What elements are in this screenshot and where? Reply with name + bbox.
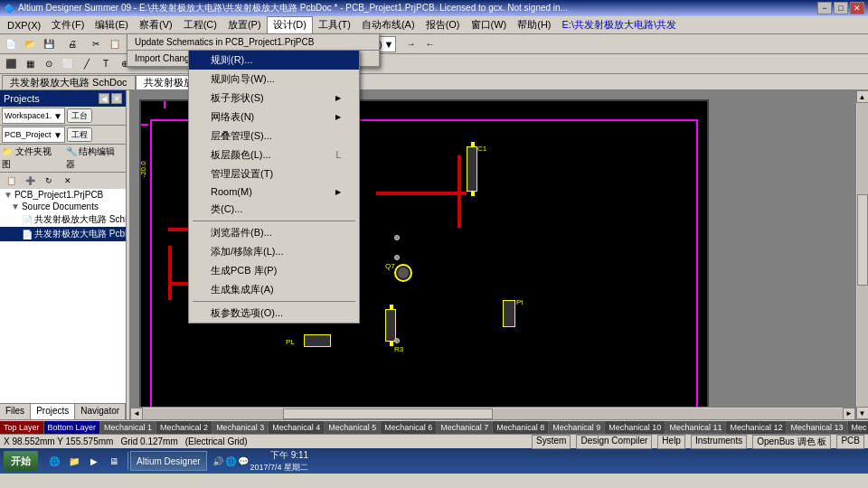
menu-window[interactable]: 窗口(W)	[466, 16, 513, 33]
tray-icon-audio[interactable]: 🔊	[212, 456, 223, 466]
ctx-board-options[interactable]: 板参数选项(O)...	[189, 304, 359, 323]
h-scroll-track[interactable]	[143, 408, 843, 419]
struct-edit-btn[interactable]: 🔧 结构编辑器	[66, 145, 125, 171]
layer-mech8[interactable]: Mechanical 8	[493, 421, 549, 434]
ctx-room[interactable]: Room(M) ▶	[189, 183, 359, 200]
proj-tb-btn3[interactable]: ↻	[40, 173, 58, 189]
ctx-manage-layers[interactable]: 管理层设置(T)	[189, 164, 359, 183]
ctx-layer-color[interactable]: 板层颜色(L)... L	[189, 145, 359, 164]
proj-tb-btn1[interactable]: 📋	[2, 173, 20, 189]
menu-edit[interactable]: 编辑(E)	[90, 16, 134, 33]
clock-display[interactable]: 下午 9:11 2017/7/4 星期二	[250, 449, 309, 474]
ctx-rules-wizard[interactable]: 规则向导(W)...	[189, 70, 359, 89]
tb-print[interactable]: 🖨	[63, 36, 81, 52]
layer-mech5[interactable]: Mechanical 5	[325, 421, 381, 434]
openbus-btn[interactable]: OpenBus 调色 板	[752, 435, 831, 449]
left-tab-files[interactable]: Files	[0, 404, 31, 419]
layer-mech6[interactable]: Mechanical 6	[381, 421, 437, 434]
pcb-btn[interactable]: PCB	[836, 435, 864, 449]
tree-sch-file[interactable]: 📄 共发射极放大电路 SchDo	[0, 212, 126, 227]
layer-mech13[interactable]: Mechanical 13	[787, 421, 847, 434]
close-button[interactable]: ✕	[850, 2, 864, 14]
scroll-right-btn[interactable]: ►	[843, 408, 855, 420]
system-btn[interactable]: System	[532, 435, 571, 449]
menu-autoroute[interactable]: 自动布线(A)	[356, 16, 420, 33]
ctx-gen-int-lib[interactable]: 生成集成库(A)	[189, 280, 359, 299]
tb2-b1[interactable]: ⬛	[2, 56, 20, 72]
proj-tb-btn4[interactable]: ✕	[59, 173, 77, 189]
layer-mec[interactable]: Mec	[848, 421, 868, 434]
bottom-scrollbar[interactable]: ◄ ►	[130, 407, 855, 419]
tb2-b4[interactable]: ⬜	[59, 56, 77, 72]
menu-design[interactable]: 设计(D)	[267, 16, 313, 33]
ctx-add-lib[interactable]: 添加/移除库(L)...	[189, 242, 359, 261]
tb-open[interactable]: 📂	[21, 36, 39, 52]
tb2-b5[interactable]: ╱	[78, 56, 96, 72]
left-tab-navigator[interactable]: Navigator	[75, 404, 126, 419]
panel-btn-1[interactable]: ◀	[99, 93, 109, 104]
folder-view-btn[interactable]: 📁 文件夹视图	[2, 145, 61, 171]
proj-tb-btn2[interactable]: ➕	[21, 173, 39, 189]
layer-mech2[interactable]: Mechanical 2	[156, 421, 212, 434]
layer-mech9[interactable]: Mechanical 9	[549, 421, 605, 434]
quicklaunch-explorer[interactable]: 📁	[65, 453, 83, 469]
menu-report[interactable]: 报告(O)	[420, 16, 466, 33]
ctx-netlist[interactable]: 网络表(N) ▶	[189, 108, 359, 127]
tb2-b3[interactable]: ⊙	[40, 56, 58, 72]
panel-btn-2[interactable]: ✕	[111, 93, 122, 104]
pcb-button[interactable]: 工程	[67, 127, 92, 142]
scroll-up-btn[interactable]: ▲	[856, 90, 869, 103]
ctx-rules[interactable]: 规则(R)...	[189, 51, 359, 70]
help-btn[interactable]: Help	[657, 435, 685, 449]
menu-view[interactable]: 察看(V)	[134, 16, 178, 33]
menu-place[interactable]: 放置(P)	[222, 16, 267, 33]
maximize-button[interactable]: □	[834, 2, 848, 14]
tb-cut[interactable]: ✂	[87, 36, 105, 52]
ctx-gen-pcb-lib[interactable]: 生成PCB 库(P)	[189, 261, 359, 280]
start-button[interactable]: 开始	[4, 451, 38, 471]
menu-path[interactable]: E:\共发射极放大电路\共发	[557, 16, 683, 33]
tab-schematic[interactable]: 共发射极放大电路 SchDoc	[2, 75, 136, 89]
tb-new[interactable]: 📄	[2, 36, 20, 52]
workspace-dropdown[interactable]: Workspace1.DsnWk▼	[2, 108, 65, 124]
menu-project[interactable]: 工程(C)	[178, 16, 222, 33]
tray-icon-msg[interactable]: 💬	[238, 456, 249, 466]
scroll-left-btn[interactable]: ◄	[130, 408, 143, 420]
menu-file[interactable]: 文件(F)	[46, 16, 90, 33]
left-tab-projects[interactable]: Projects	[31, 404, 75, 419]
menu-tools[interactable]: 工具(T)	[313, 16, 356, 33]
ctx-browse-comp[interactable]: 浏览器件(B)...	[189, 223, 359, 242]
tb-b5[interactable]: →	[401, 36, 420, 52]
tree-project[interactable]: ▼ PCB_Project1.PrjPCB	[0, 189, 126, 201]
layer-mech11[interactable]: Mechanical 11	[665, 421, 726, 434]
update-schematics-item[interactable]: Update Schematics in PCB_Project1.PrjPCB	[127, 34, 379, 51]
scroll-thumb[interactable]	[857, 194, 868, 286]
tree-pcb-file[interactable]: 📄 共发射极放大电路 PcbDo	[0, 227, 126, 241]
quicklaunch-media[interactable]: ▶	[85, 453, 103, 469]
minimize-button[interactable]: −	[817, 2, 832, 14]
instruments-btn[interactable]: Instruments	[691, 435, 747, 449]
ctx-board-shape[interactable]: 板子形状(S) ▶	[189, 89, 359, 108]
layer-mech7[interactable]: Mechanical 7	[437, 421, 493, 434]
h-scroll-thumb[interactable]	[283, 408, 493, 419]
tb2-b6[interactable]: T	[97, 56, 115, 72]
tb-copy[interactable]: 📋	[106, 36, 124, 52]
layer-mech10[interactable]: Mechanical 10	[605, 421, 665, 434]
scroll-down-btn[interactable]: ▼	[856, 407, 869, 419]
tray-icon-network[interactable]: 🌐	[225, 456, 236, 466]
layer-top[interactable]: Top Layer	[0, 421, 44, 434]
ctx-layer-stack[interactable]: 层叠管理(S)...	[189, 127, 359, 145]
layer-mech3[interactable]: Mechanical 3	[212, 421, 269, 434]
right-scrollbar[interactable]: ▲ ▼	[855, 90, 868, 419]
quicklaunch-ie[interactable]: 🌐	[45, 453, 63, 469]
workspace-button[interactable]: 工台	[67, 108, 92, 123]
ctx-classes[interactable]: 类(C)...	[189, 200, 359, 219]
layer-mech1[interactable]: Mechanical 1	[100, 421, 156, 434]
tb2-b2[interactable]: ▦	[21, 56, 39, 72]
tree-source-docs[interactable]: ▼ Source Documents	[0, 201, 126, 212]
tb-save[interactable]: 💾	[40, 36, 58, 52]
design-compiler-btn[interactable]: Design Compiler	[576, 435, 652, 449]
scroll-track[interactable]	[857, 103, 868, 407]
menu-dxp[interactable]: DXP(X)	[2, 18, 46, 33]
quicklaunch-shell[interactable]: 🖥	[105, 453, 123, 469]
